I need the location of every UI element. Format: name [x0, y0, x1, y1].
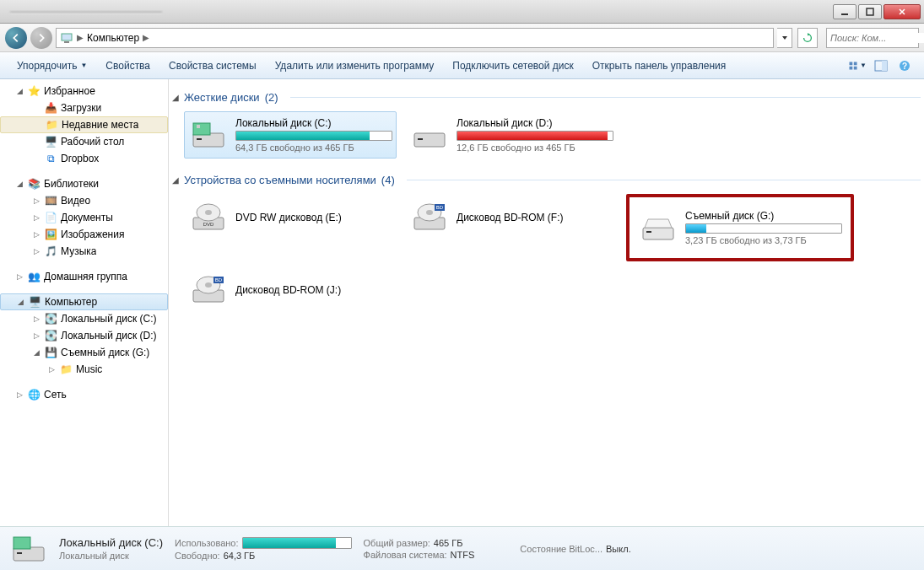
dvd-drive-icon: DVD [188, 197, 229, 238]
drive-tile-c[interactable]: Локальный диск (C:) 64,3 ГБ свободно из … [184, 111, 397, 159]
drive-name: DVD RW дисковод (E:) [235, 212, 392, 223]
drive-name: Дисковод BD-ROM (J:) [235, 284, 392, 296]
svg-rect-28 [643, 228, 673, 239]
back-button[interactable] [5, 27, 27, 49]
sidebar-favorites[interactable]: ◢⭐Избранное [0, 83, 168, 99]
view-options-button[interactable]: ▼ [848, 56, 867, 75]
svg-rect-29 [646, 231, 651, 233]
help-button[interactable]: ? [895, 56, 914, 75]
minimize-button[interactable] [833, 4, 856, 19]
sidebar-computer[interactable]: ◢🖥️Компьютер [0, 293, 168, 310]
details-pane: Локальный диск (C:) Локальный диск Испол… [0, 526, 924, 570]
sidebar-music-folder[interactable]: ▷📁Music [0, 361, 168, 378]
refresh-button[interactable] [797, 28, 818, 48]
properties-button[interactable]: Свойства [97, 56, 159, 75]
drive-tile-g[interactable]: Съемный диск (G:) 3,23 ГБ свободно из 3,… [626, 194, 854, 261]
drive-tile-e[interactable]: DVD DVD RW дисковод (E:) [184, 194, 397, 241]
bd-drive-icon: BD [409, 197, 450, 238]
sidebar-drive-g[interactable]: ◢💾Съемный диск (G:) [0, 344, 168, 361]
collapse-icon[interactable]: ◢ [172, 93, 179, 102]
svg-text:DVD: DVD [203, 222, 214, 227]
details-subtitle: Локальный диск [59, 551, 163, 561]
usb-drive-icon: 💾 [44, 346, 57, 359]
drive-name: Локальный диск (C:) [235, 117, 392, 129]
drive-tile-d[interactable]: Локальный диск (D:) 12,6 ГБ свободно из … [405, 111, 618, 159]
details-bitlocker-value: Выкл. [606, 544, 631, 554]
svg-rect-16 [197, 125, 200, 128]
recent-icon: 📁 [45, 118, 58, 132]
hard-drive-icon [409, 115, 450, 155]
sidebar-downloads[interactable]: 📥Загрузки [0, 99, 168, 116]
svg-rect-10 [882, 61, 887, 71]
breadcrumb-computer[interactable]: Компьютер [87, 32, 139, 44]
sidebar-network[interactable]: ▷🌐Сеть [0, 386, 168, 403]
network-icon: 🌐 [27, 388, 41, 401]
sidebar-pictures[interactable]: ▷🖼️Изображения [0, 226, 168, 243]
sidebar-desktop[interactable]: 🖥️Рабочий стол [0, 133, 168, 150]
drive-icon: 💽 [44, 312, 57, 325]
sidebar-drive-c[interactable]: ▷💽Локальный диск (C:) [0, 310, 168, 327]
computer-icon: 🖥️ [28, 295, 41, 309]
libraries-icon: 📚 [27, 177, 41, 191]
svg-rect-15 [193, 123, 210, 135]
drive-name: Дисковод BD-ROM (F:) [457, 212, 613, 223]
address-breadcrumb[interactable]: ▶ Компьютер ▶ [56, 28, 774, 48]
space-bar [235, 131, 392, 141]
sidebar-music[interactable]: ▷🎵Музыка [0, 243, 168, 260]
space-bar [457, 131, 613, 141]
svg-rect-0 [841, 13, 848, 15]
svg-point-25 [426, 210, 433, 215]
group-removable[interactable]: ◢ Устройства со съемными носителями (4) [172, 170, 921, 189]
svg-rect-8 [854, 66, 857, 69]
open-control-panel-button[interactable]: Открыть панель управления [584, 56, 735, 75]
sidebar-libraries[interactable]: ◢📚Библиотеки [0, 175, 168, 192]
svg-rect-7 [850, 66, 853, 69]
details-bitlocker-label: Состояние BitLoc... [520, 544, 602, 554]
space-bar [685, 223, 842, 234]
window-title: ——————————————— [3, 6, 831, 18]
drive-icon: 💽 [44, 329, 57, 342]
forward-button[interactable] [30, 27, 52, 49]
details-title: Локальный диск (C:) [59, 536, 163, 549]
dropbox-icon: ⧉ [44, 152, 57, 165]
search-input[interactable] [830, 33, 924, 43]
music-icon: 🎵 [44, 245, 57, 258]
sidebar-drive-d[interactable]: ▷💽Локальный диск (D:) [0, 327, 168, 344]
search-box[interactable] [826, 28, 919, 48]
sidebar-dropbox[interactable]: ⧉Dropbox [0, 150, 168, 167]
close-button[interactable] [883, 4, 921, 19]
drive-name: Съемный диск (G:) [685, 210, 842, 222]
svg-text:?: ? [902, 62, 907, 71]
details-used-label: Использовано: [175, 538, 239, 548]
uninstall-program-button[interactable]: Удалить или изменить программу [267, 56, 443, 75]
chevron-right-icon: ▶ [143, 33, 149, 42]
svg-text:BD: BD [215, 277, 223, 282]
svg-rect-36 [17, 552, 22, 554]
preview-pane-button[interactable] [872, 56, 890, 75]
documents-icon: 📄 [44, 211, 57, 224]
navigation-sidebar: ◢⭐Избранное 📥Загрузки 📁Недавние места 🖥️… [0, 79, 169, 526]
group-hard-drives[interactable]: ◢ Жесткие диски (2) [172, 88, 921, 106]
svg-rect-37 [14, 537, 30, 549]
details-free-value: 64,3 ГБ [224, 551, 256, 561]
map-network-drive-button[interactable]: Подключить сетевой диск [444, 56, 581, 75]
drive-free-space: 12,6 ГБ свободно из 465 ГБ [457, 142, 613, 153]
sidebar-documents[interactable]: ▷📄Документы [0, 209, 168, 226]
address-dropdown-button[interactable] [777, 28, 792, 48]
svg-point-21 [205, 210, 212, 215]
sidebar-videos[interactable]: ▷🎞️Видео [0, 192, 168, 209]
drive-tile-j[interactable]: BD Дисковод BD-ROM (J:) [184, 266, 397, 314]
homegroup-icon: 👥 [27, 270, 41, 283]
sidebar-recent-places[interactable]: 📁Недавние места [0, 116, 168, 133]
maximize-button[interactable] [858, 4, 882, 19]
bd-drive-icon: BD [188, 270, 229, 310]
system-properties-button[interactable]: Свойства системы [160, 56, 265, 75]
sidebar-homegroup[interactable]: ▷👥Домашняя группа [0, 268, 168, 285]
organize-button[interactable]: Упорядочить▼ [8, 56, 95, 75]
collapse-icon[interactable]: ◢ [172, 175, 179, 185]
svg-text:BD: BD [436, 205, 444, 210]
drive-tile-f[interactable]: BD Дисковод BD-ROM (F:) [405, 194, 618, 241]
content-pane: ◢ Жесткие диски (2) Локальный диск (C:) … [169, 79, 924, 526]
drive-free-space: 64,3 ГБ свободно из 465 ГБ [235, 142, 392, 153]
details-total-value: 465 ГБ [434, 538, 463, 548]
